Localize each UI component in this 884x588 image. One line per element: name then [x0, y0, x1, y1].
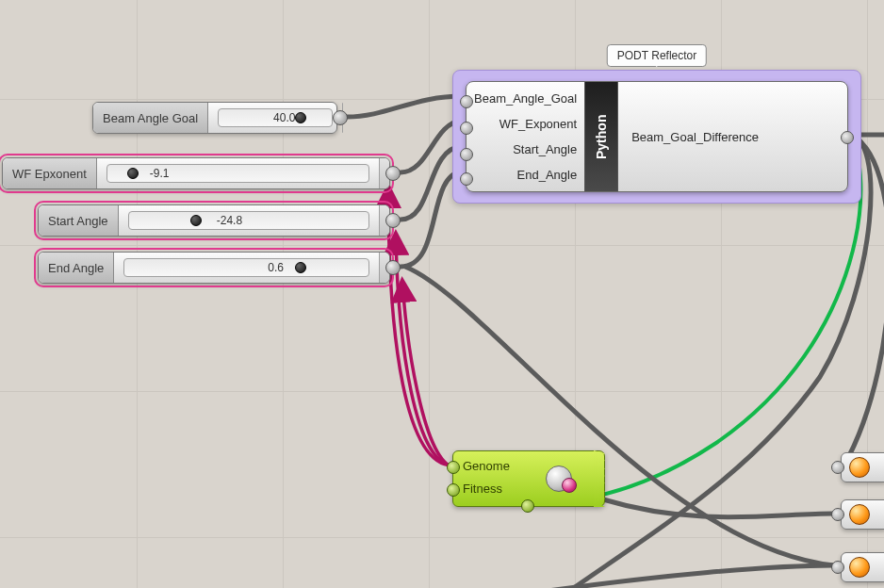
slider-wf-exponent[interactable]: WF Epxonent -9.1 — [2, 157, 390, 189]
data-param-3[interactable] — [841, 552, 884, 582]
slider-start-angle[interactable]: Start Angle -24.8 — [38, 204, 390, 237]
python-component[interactable]: Beam_Angle_Goal WF_Exponent Start_Angle … — [466, 81, 848, 192]
port-in-2[interactable] — [460, 122, 473, 135]
param-input-port[interactable] — [831, 508, 844, 521]
data-icon — [849, 557, 870, 578]
galapagos-icon — [546, 466, 572, 492]
galapagos-solver[interactable]: Genome Fitness — [452, 450, 605, 507]
grasshopper-canvas[interactable]: { "canvas": { "app": "Grasshopper", "gri… — [0, 0, 884, 588]
data-param-2[interactable] — [841, 499, 884, 530]
input-start-angle: Start_Angle — [474, 138, 577, 162]
input-end-angle: End_Angle — [474, 163, 577, 188]
slider-knob-icon[interactable] — [295, 262, 306, 273]
slider-track[interactable]: -24.8 — [128, 211, 369, 230]
python-inputs: Beam_Angle_Goal WF_Exponent Start_Angle … — [467, 82, 584, 191]
data-icon — [849, 457, 870, 478]
slider-value: 40.0 — [273, 111, 295, 124]
galapagos-zigzag — [594, 450, 605, 507]
slider-knob-icon[interactable] — [295, 112, 306, 123]
slider-label: WF Epxonent — [3, 158, 97, 188]
galapagos-fitness-port[interactable] — [447, 483, 460, 497]
slider-output-port[interactable] — [385, 166, 401, 181]
slider-output-port[interactable] — [333, 110, 348, 125]
slider-label: End Angle — [39, 253, 114, 283]
slider-track[interactable]: 40.0 — [218, 108, 333, 127]
input-beam-angle-goal: Beam_Angle_Goal — [474, 87, 577, 111]
output-beam-goal-difference: Beam_Goal_Difference — [631, 130, 759, 144]
param-input-port[interactable] — [831, 461, 844, 474]
slider-value: -9.1 — [150, 167, 170, 180]
port-in-1[interactable] — [460, 95, 473, 108]
python-outputs: Beam_Goal_Difference — [618, 82, 772, 191]
data-icon — [849, 504, 870, 525]
galapagos-genome-label: Genome — [463, 459, 510, 473]
slider-output-port[interactable] — [385, 213, 401, 228]
data-param-1[interactable] — [841, 452, 884, 482]
slider-value: 0.6 — [268, 261, 284, 274]
slider-beam-angle-goal[interactable]: Beam Angle Goal 40.0 — [92, 102, 337, 134]
slider-track[interactable]: -9.1 — [106, 164, 369, 183]
galapagos-fitness-label: Fitness — [463, 482, 502, 496]
galapagos-genome-port[interactable] — [447, 461, 460, 474]
python-label: Python — [584, 82, 618, 191]
input-wf-exponent: WF_Exponent — [474, 112, 577, 137]
slider-knob-icon[interactable] — [190, 215, 202, 226]
group-label: PODT Reflector — [607, 44, 707, 67]
slider-end-angle[interactable]: End Angle 0.6 — [38, 252, 390, 284]
slider-output-port[interactable] — [385, 260, 401, 275]
slider-track[interactable]: 0.6 — [123, 258, 369, 277]
port-in-4[interactable] — [460, 172, 473, 186]
slider-label: Start Angle — [39, 205, 119, 236]
slider-value: -24.8 — [217, 214, 242, 227]
port-in-3[interactable] — [460, 148, 473, 161]
galapagos-bottom-port[interactable] — [521, 499, 534, 513]
slider-label: Beam Angle Goal — [93, 103, 208, 133]
slider-knob-icon[interactable] — [127, 168, 139, 179]
port-out-1[interactable] — [841, 131, 854, 144]
param-input-port[interactable] — [831, 561, 844, 574]
